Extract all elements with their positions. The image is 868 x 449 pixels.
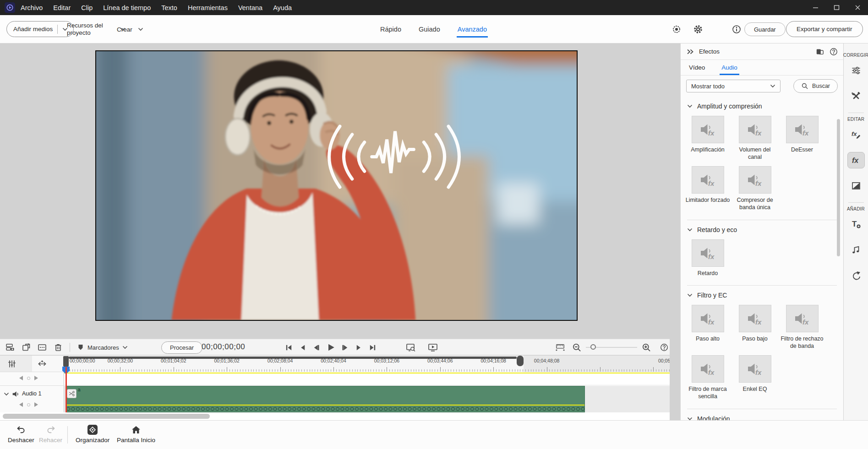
effect-thumbnail: fx	[786, 116, 819, 143]
info-icon[interactable]	[732, 25, 741, 34]
help-icon[interactable]	[660, 343, 668, 352]
hscrollbar-thumb[interactable]	[3, 414, 210, 419]
menu-ventana[interactable]: Ventana	[238, 4, 262, 11]
add-track-button[interactable]	[5, 343, 15, 352]
menu-clip[interactable]: Clip	[81, 4, 93, 11]
zoom-slider[interactable]	[586, 339, 637, 356]
step-back-button[interactable]	[312, 344, 320, 352]
settings-gear-icon[interactable]	[693, 25, 703, 34]
help-icon[interactable]	[830, 48, 838, 56]
playhead-grip[interactable]	[63, 356, 69, 367]
effect-volumen-del-canal[interactable]: fxVolumen del canal	[732, 116, 777, 161]
skip-start-button[interactable]	[285, 344, 293, 352]
fast-forward-button[interactable]	[355, 344, 363, 352]
step-forward-button[interactable]	[341, 344, 349, 352]
category-modulacion[interactable]: Modulación	[681, 411, 843, 420]
save-button[interactable]: Guardar	[744, 22, 786, 36]
effect-retardo[interactable]: fxRetardo	[685, 239, 730, 277]
menu-editar[interactable]: Editar	[53, 4, 71, 11]
prev-keyframe-icon[interactable]	[19, 402, 23, 407]
audio-track-row[interactable]: a	[64, 386, 670, 412]
menu-archivo[interactable]: Archivo	[21, 4, 43, 11]
close-button[interactable]	[847, 0, 868, 15]
play-button[interactable]	[326, 343, 335, 352]
markers-dropdown[interactable]: Marcadores	[77, 344, 128, 351]
rewind-button[interactable]	[299, 344, 306, 352]
collapse-panel-icon[interactable]	[686, 48, 693, 55]
rail-titulos-y-texto[interactable]: T	[847, 216, 865, 233]
render-button[interactable]: Procesar	[161, 341, 202, 354]
add-media-button[interactable]: Añadir medios	[6, 21, 74, 37]
organizer-button[interactable]: Organizador	[76, 425, 109, 444]
rail-efectos-aplicados[interactable]: fx	[847, 126, 865, 143]
effect-paso-bajo[interactable]: fxPaso bajo	[732, 305, 777, 350]
home-screen-button[interactable]: Pantalla Inicio	[117, 425, 155, 444]
preview-zoom-button[interactable]	[406, 343, 416, 352]
audio-clip[interactable]: a	[66, 386, 585, 412]
effect-filtro-de-marca-sencilla[interactable]: fxFiltro de marca sencilla	[685, 355, 730, 400]
redo-button[interactable]: Rehacer	[39, 425, 62, 444]
effects-tab-video[interactable]: Vídeo	[687, 60, 707, 75]
effect-deesser[interactable]: fxDeEsser	[780, 116, 824, 161]
export-share-button[interactable]: Exportar y compartir	[786, 21, 863, 37]
zoom-out-icon[interactable]	[572, 343, 581, 352]
timecode-display[interactable]: 00;00;00;00	[202, 342, 245, 352]
category-retardo-y-eco[interactable]: Retardo y eco	[681, 222, 843, 238]
minimize-button[interactable]	[805, 0, 826, 15]
filmstrip-button[interactable]	[38, 343, 47, 352]
search-button[interactable]: Buscar	[793, 79, 838, 93]
effect-filtro-de-rechazo-de-banda[interactable]: fxFiltro de rechazo de banda	[780, 305, 824, 350]
create-button[interactable]: Crear	[117, 24, 143, 34]
effects-tab-audio[interactable]: Audio	[720, 60, 739, 75]
zoom-in-icon[interactable]	[642, 343, 651, 352]
fit-timeline-icon[interactable]	[556, 343, 565, 352]
zoom-slider-knob[interactable]	[590, 344, 596, 350]
tab-guiado[interactable]: Guiado	[418, 23, 441, 36]
rail-ajustes[interactable]	[847, 62, 865, 79]
audio-mixer-icon[interactable]	[7, 359, 16, 368]
menu-texto[interactable]: Texto	[161, 4, 177, 11]
prev-keyframe-icon[interactable]	[19, 376, 23, 380]
undo-button[interactable]: Deshacer	[8, 425, 34, 444]
next-keyframe-icon[interactable]	[34, 402, 38, 407]
effect-limitador-forzado[interactable]: fxLimitador forzado	[685, 166, 730, 211]
time-stretch-icon[interactable]	[38, 359, 47, 368]
volume-rubber-band[interactable]	[66, 405, 584, 406]
rail-graficos-en-movimiento[interactable]	[847, 267, 865, 284]
playhead-line[interactable]	[66, 367, 67, 412]
effect-paso-alto[interactable]: fxPaso alto	[685, 305, 730, 350]
skip-end-button[interactable]	[369, 344, 377, 352]
category-amplitud-y-compresion[interactable]: Amplitud y compresión	[681, 98, 843, 114]
clip-scissors-badge[interactable]	[67, 389, 76, 398]
rail-transiciones[interactable]	[847, 178, 865, 194]
panel-grid-icon[interactable]	[816, 48, 824, 56]
collapse-track-icon[interactable]	[4, 392, 9, 396]
menu-herramientas[interactable]: Herramientas	[188, 4, 228, 11]
ruler-timecode: 00;00;32;00	[108, 358, 133, 363]
trash-button[interactable]	[54, 343, 63, 352]
rail-efectos[interactable]: fx	[847, 152, 865, 168]
effect-amplificacion[interactable]: fxAmplificación	[685, 116, 730, 161]
preview-play-button[interactable]	[428, 343, 438, 352]
work-area-end-handle[interactable]	[517, 356, 524, 366]
timeline-ruler[interactable]: 00;00;00;0000;00;32;0000;01;04;0200;01;3…	[64, 356, 670, 372]
effect-enkel-eq[interactable]: fxEnkel EQ	[732, 355, 777, 400]
tab-rapido[interactable]: Rápido	[379, 23, 402, 36]
brightness-icon[interactable]	[672, 25, 681, 34]
rail-musica[interactable]	[847, 242, 865, 258]
mute-track-icon[interactable]	[11, 390, 20, 398]
category-filtro-y-ec[interactable]: Filtro y EC	[681, 287, 843, 303]
tab-avanzado[interactable]: Avanzado	[457, 23, 488, 36]
duplicate-item-button[interactable]	[22, 343, 31, 352]
maximize-button[interactable]	[826, 0, 847, 15]
rail-herramientas-de-correccion[interactable]	[847, 88, 865, 104]
effects-filter-dropdown[interactable]: Mostrar todo	[686, 80, 781, 92]
menu-linea-de-tiempo[interactable]: Línea de tiempo	[103, 4, 151, 11]
effect-compresor-de-banda-unica[interactable]: fxCompresor de banda única	[732, 166, 777, 211]
next-keyframe-icon[interactable]	[34, 376, 38, 380]
video-track-row[interactable]	[64, 373, 670, 385]
menu-ayuda[interactable]: Ayuda	[273, 4, 292, 11]
video-frame	[96, 51, 577, 320]
effects-scrollbar[interactable]	[837, 119, 840, 256]
track-name[interactable]: Audio 1	[22, 390, 41, 397]
